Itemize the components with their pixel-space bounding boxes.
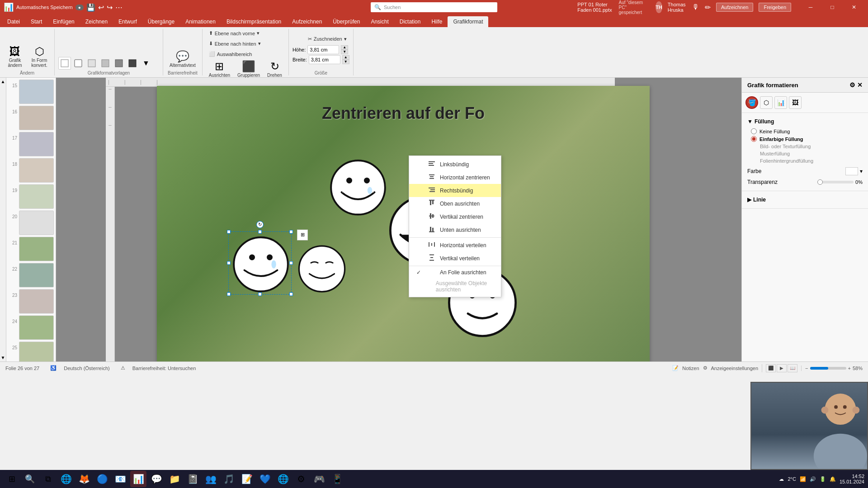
alternativtext-button[interactable]: 💬 Alternativtext xyxy=(167,49,198,70)
chrome-app[interactable]: 🔵 xyxy=(94,471,110,487)
tab-start[interactable]: Start xyxy=(25,16,47,27)
handle-tl[interactable] xyxy=(227,230,231,234)
thumb-16[interactable]: 16 xyxy=(8,106,54,130)
tab-entwurf[interactable]: Entwurf xyxy=(113,16,142,27)
rotate-handle[interactable]: ↻ xyxy=(256,221,264,228)
handle-bm[interactable] xyxy=(258,292,262,296)
tab-ueberpruefen[interactable]: Überprüfen xyxy=(327,16,365,27)
thumb-slide-15[interactable] xyxy=(19,80,54,104)
shape-style-5[interactable] xyxy=(113,57,125,70)
teams-app[interactable]: 👥 xyxy=(203,471,219,487)
notizen-label[interactable]: Notizen xyxy=(682,366,699,371)
layout-icon[interactable]: ⊞ xyxy=(297,230,308,240)
transparenz-thumb[interactable] xyxy=(817,179,823,185)
thumb-17[interactable]: 17 xyxy=(8,132,54,156)
blue-app[interactable]: 💙 xyxy=(257,471,273,487)
thumb-15[interactable]: 15 xyxy=(8,80,54,104)
zoom-out-button[interactable]: − xyxy=(805,366,808,371)
tab-hilfe[interactable]: Hilfe xyxy=(426,16,448,27)
save-icon[interactable]: 💾 xyxy=(86,3,95,12)
search-bar[interactable]: 🔍 Suchen xyxy=(371,2,497,12)
thumb-24[interactable]: 24 xyxy=(8,315,54,340)
menu-linksbuendig[interactable]: Linksbündig xyxy=(409,158,501,171)
record-button[interactable]: Aufzeichnen xyxy=(716,3,754,12)
thumb-21[interactable]: 21 xyxy=(8,237,54,261)
purple-app[interactable]: 📝 xyxy=(239,471,255,487)
hoehe-input[interactable] xyxy=(307,45,339,54)
firefox-app[interactable]: 🦊 xyxy=(76,471,92,487)
ebene-vor-button[interactable]: ⬆ Ebene nach vorne ▾ xyxy=(206,29,262,38)
tab-zeichnen[interactable]: Zeichnen xyxy=(80,16,113,27)
option-einfarbige[interactable]: Einfarbige Füllung xyxy=(751,136,863,142)
thumb-slide-24[interactable] xyxy=(19,315,54,340)
transparenz-slider[interactable] xyxy=(817,181,854,183)
tab-bildschirm[interactable]: Bildschirmpräsentation xyxy=(221,16,287,27)
thumb-19[interactable]: 19 xyxy=(8,184,54,209)
panel-close-icon[interactable]: ✕ xyxy=(857,81,863,89)
thumb-slide-16[interactable] xyxy=(19,106,54,130)
thumb-slide-25[interactable] xyxy=(19,342,54,361)
taskbar-clock[interactable]: 14:52 15.01.2024 xyxy=(840,474,864,484)
dropdown-shapes-icon[interactable]: ▼ xyxy=(140,57,152,70)
tab-aufzeichnen[interactable]: Aufzeichnen xyxy=(287,16,327,27)
start-button[interactable]: ⊞ xyxy=(4,471,20,487)
slide-title[interactable]: Zentrieren auf der Fo xyxy=(157,104,650,123)
search-taskbar-button[interactable]: 🔍 xyxy=(22,471,38,487)
reading-view-button[interactable]: 📖 xyxy=(788,364,797,372)
minimize-button[interactable]: ─ xyxy=(800,0,821,14)
task-view-button[interactable]: ⧉ xyxy=(40,471,56,487)
thumb-20[interactable]: 20 xyxy=(8,211,54,235)
undo-icon[interactable]: ↩ xyxy=(98,3,104,12)
thumb-23[interactable]: 23 xyxy=(8,289,54,314)
menu-vertikal-zentrieren[interactable]: Vertikal zentrieren xyxy=(409,210,501,223)
onenote-app[interactable]: 📓 xyxy=(184,471,201,487)
breite-down[interactable]: ▼ xyxy=(342,60,349,64)
menu-horizontal-verteilen[interactable]: Horizontal verteilen xyxy=(409,239,501,252)
radio-einfarbig[interactable] xyxy=(751,136,757,142)
more-tools-icon[interactable]: ⋯ xyxy=(115,3,123,12)
breite-spinner[interactable]: ▲ ▼ xyxy=(342,55,349,64)
taskbar-notification-icon[interactable]: 🔔 xyxy=(830,476,836,482)
slideshow-view-button[interactable]: ▶ xyxy=(777,364,787,372)
web-app[interactable]: 🌐 xyxy=(275,471,291,487)
phone-app[interactable]: 📱 xyxy=(329,471,345,487)
farbe-dropdown-icon[interactable]: ▾ xyxy=(860,168,863,174)
auswahlbereich-button[interactable]: ⬜ Auswahlbereich xyxy=(206,50,255,58)
maximize-button[interactable]: □ xyxy=(822,0,843,14)
zoom-slider[interactable] xyxy=(810,367,846,370)
shape-style-1[interactable] xyxy=(58,57,71,70)
tab-einfuegen[interactable]: Einfügen xyxy=(47,16,80,27)
redo-icon[interactable]: ↪ xyxy=(107,3,113,12)
close-button[interactable]: ✕ xyxy=(844,0,864,14)
in-form-button[interactable]: ⬡ In Formkonvert. xyxy=(28,44,51,70)
panel-image-icon[interactable]: 🖼 xyxy=(789,96,802,109)
handle-ml[interactable] xyxy=(227,261,231,265)
hoehe-spinner[interactable]: ▲ ▼ xyxy=(341,45,348,54)
panel-border-icon[interactable]: ⬡ xyxy=(760,96,773,109)
scroll-up-icon[interactable]: ▲ xyxy=(0,78,6,85)
menu-oben-ausrichten[interactable]: Oben ausrichten xyxy=(409,197,501,210)
thumb-slide-22[interactable] xyxy=(19,263,54,287)
handle-br[interactable] xyxy=(289,292,293,296)
tab-grafikformat[interactable]: Grafikformat xyxy=(448,16,488,27)
emoji-face-1[interactable] xyxy=(329,158,387,218)
left-scrollbar[interactable]: ▲ ▼ xyxy=(0,78,6,361)
grafik-aendern-button[interactable]: 🖼 Grafikändern xyxy=(4,44,26,70)
user-avatar[interactable]: TH xyxy=(656,1,662,13)
menu-horizontal-zentrieren[interactable]: Horizontal zentrieren xyxy=(409,171,501,184)
presentation-slide[interactable]: Zentrieren auf der Fo xyxy=(157,86,650,362)
music-app[interactable]: 🎵 xyxy=(221,471,237,487)
thumb-25[interactable]: 25 xyxy=(8,342,54,361)
outlook-app[interactable]: 📧 xyxy=(112,471,128,487)
linie-header[interactable]: ▶ Linie xyxy=(747,195,863,205)
share-button[interactable]: Freigeben xyxy=(759,3,791,12)
shape-style-2[interactable] xyxy=(72,57,85,70)
thumb-18[interactable]: 18 xyxy=(8,158,54,183)
zoom-in-button[interactable]: + xyxy=(848,366,851,371)
autosave-toggle[interactable]: ● xyxy=(75,5,84,10)
thumb-slide-19[interactable] xyxy=(19,184,54,209)
tab-animationen[interactable]: Animationen xyxy=(180,16,221,27)
handle-tm[interactable] xyxy=(258,230,262,234)
shape-style-6[interactable] xyxy=(126,57,139,70)
menu-rechtsbuendig[interactable]: Rechtsbündig xyxy=(409,184,501,197)
